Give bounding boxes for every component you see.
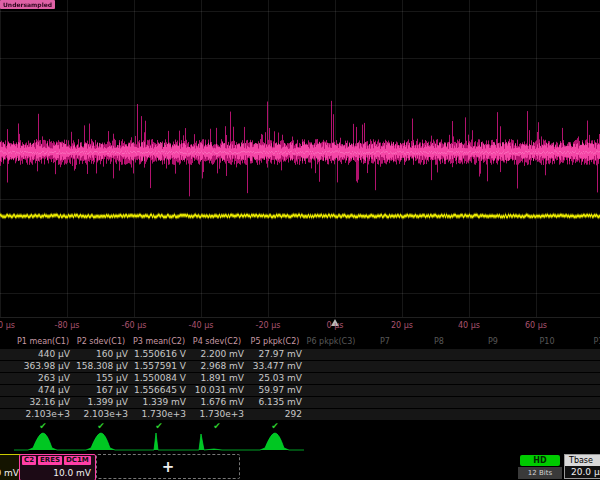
table-row: 440 µV160 µV1.550616 V2.200 mV27.97 mV [0,349,600,360]
c1-scale-value: 10.0 mV [0,468,21,479]
oscilloscope-screen: Undersampled -100 µs-80 µs-60 µs-40 µs-2… [0,0,600,480]
measurement-cell: 363.98 µV [14,361,72,372]
measurement-cell: 1.550084 V [130,373,188,384]
graticule[interactable]: Undersampled [0,0,600,318]
measurement-rows: 440 µV160 µV1.550616 V2.200 mV27.97 mV36… [0,349,600,420]
param-header-p10[interactable]: P10 [520,336,574,349]
param-header-p8[interactable]: P8 [412,336,466,349]
measurement-cell: 6.135 mV [246,397,304,408]
measurement-cell: 263 µV [14,373,72,384]
c2-coupling-tag: DC1M [64,456,91,465]
measurement-cell: 2.103e+3 [72,409,130,420]
measurement-cell: 440 µV [14,349,72,360]
hd-mode-badge[interactable]: HD [520,455,560,466]
table-row: 363.98 µV158.308 µV1.557591 V2.968 mV33.… [0,361,600,372]
measurement-table: P1 mean(C1)P2 sdev(C1)P3 mean(C2)P4 sdev… [0,336,600,432]
measurement-cell: 1.557591 V [130,361,188,372]
param-header-p3[interactable]: P3 mean(C2) [130,336,188,349]
param-header-p9[interactable]: P9 [466,336,520,349]
param-header-p2[interactable]: P2 sdev(C1) [72,336,130,349]
timebase-title: Tbase [565,455,600,466]
c2-badge: C2 [22,456,36,465]
time-axis-label: -60 µs [104,321,164,330]
measurement-cell: 1.339 mV [130,397,188,408]
param-header-p1[interactable]: P1 mean(C1) [14,336,72,349]
histicon-row [0,431,600,452]
measurement-cell: 1.556645 V [130,385,188,396]
descriptor-bar: C1 DC1M 10.0 mV C2 ERES DC1M 10.0 mV + H… [0,453,600,480]
measurement-cell: 1.730e+3 [188,409,246,420]
timebase-descriptor[interactable]: Tbase 20.0 µs [564,454,600,479]
param-header-p7[interactable]: P7 [358,336,412,349]
measurement-cell: 27.97 mV [246,349,304,360]
channel-c2-descriptor[interactable]: C2 ERES DC1M 10.0 mV [19,454,96,480]
histicon-bell[interactable] [14,431,72,452]
time-axis: -100 µs-80 µs-60 µs-40 µs-20 µs0 µs20 µs… [0,318,600,334]
histicon-bell[interactable] [246,431,304,452]
time-axis-label: 20 µs [372,321,432,330]
measurement-cell: 33.477 mV [246,361,304,372]
measurement-cell: 1.730e+3 [130,409,188,420]
measurement-cell: 158.308 µV [72,361,130,372]
param-header-p5[interactable]: P5 pkpk(C2) [246,336,304,349]
measurement-cell: 2.968 mV [188,361,246,372]
time-axis-label: -20 µs [238,321,298,330]
table-row: 2.103e+32.103e+31.730e+31.730e+3292 [0,409,600,420]
time-axis-label: 0 µs [305,321,365,330]
table-row: 32.16 µV1.399 µV1.339 mV1.676 mV6.135 mV [0,397,600,408]
undersampled-warning-badge: Undersampled [0,0,55,9]
measurement-cell: 10.031 mV [188,385,246,396]
measurement-cell: 155 µV [72,373,130,384]
param-header-p6[interactable]: P6 pkpk(C3) [304,336,358,349]
c2-scale-value: 10.0 mV [22,468,93,479]
measurement-cell: 292 [246,409,304,420]
measurement-cell: 1.891 mV [188,373,246,384]
measurement-cell: 59.97 mV [246,385,304,396]
param-header-p11[interactable]: P11 [574,336,600,349]
measurement-cell: 1.676 mV [188,397,246,408]
measurement-cell: 1.399 µV [72,397,130,408]
timebase-value: 20.0 µs [565,466,600,478]
histicon-spike-left[interactable] [188,431,246,452]
time-axis-label: -100 µs [0,321,30,330]
c2-eres-tag: ERES [38,456,62,465]
histicon-bell[interactable] [72,431,130,452]
time-axis-label: -80 µs [37,321,97,330]
histicon-spike[interactable] [130,431,188,452]
measurement-cell: 167 µV [72,385,130,396]
measurement-cell: 160 µV [72,349,130,360]
time-axis-label: -40 µs [171,321,231,330]
param-header-p4[interactable]: P4 sdev(C2) [188,336,246,349]
waveform-display[interactable] [0,0,600,317]
plus-icon: + [162,458,175,476]
time-axis-label: 60 µs [506,321,566,330]
measurement-cell: 2.200 mV [188,349,246,360]
add-trace-button[interactable]: + [96,454,240,479]
table-row: 474 µV167 µV1.556645 V10.031 mV59.97 mV [0,385,600,396]
measurement-cell: 32.16 µV [14,397,72,408]
measurement-cell: 25.03 mV [246,373,304,384]
time-axis-label: 40 µs [439,321,499,330]
measurement-cell: 2.103e+3 [14,409,72,420]
measurement-cell: 474 µV [14,385,72,396]
param-header-row: P1 mean(C1)P2 sdev(C1)P3 mean(C2)P4 sdev… [0,336,600,349]
table-row: 263 µV155 µV1.550084 V1.891 mV25.03 mV [0,373,600,384]
measurement-cell: 1.550616 V [130,349,188,360]
bit-depth-label: 12 Bits [518,467,562,479]
